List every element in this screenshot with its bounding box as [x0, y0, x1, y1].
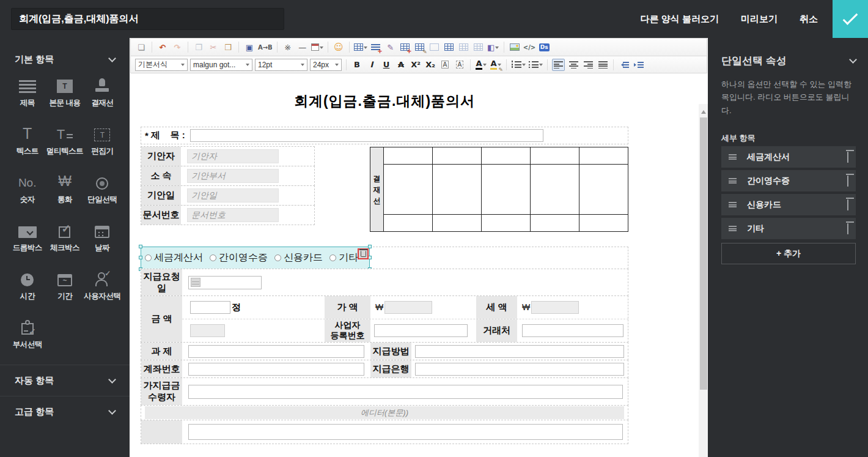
drafter-placeholder[interactable]: 기안자: [187, 149, 279, 163]
advance-receiver-input[interactable]: [188, 385, 623, 399]
radio-option[interactable]: 간이영수증: [210, 251, 268, 264]
add-option-button[interactable]: + 추가: [721, 243, 856, 264]
font-size-select[interactable]: 12pt: [255, 59, 307, 71]
pay-date-input[interactable]: [188, 276, 262, 289]
option-item[interactable]: 기타: [721, 218, 856, 239]
edit-cell-icon[interactable]: ✎: [384, 41, 397, 53]
calendar-icon[interactable]: [191, 278, 200, 287]
insert-image-icon[interactable]: [509, 41, 521, 53]
palette-item-number[interactable]: No.숫자: [9, 170, 46, 205]
form-properties-icon[interactable]: ▣: [243, 41, 256, 53]
option-item[interactable]: 간이영수증: [721, 170, 856, 191]
redo-icon[interactable]: ↷: [171, 41, 183, 53]
palette-item-editor[interactable]: T편집기: [84, 122, 121, 157]
radio-option[interactable]: 기타: [329, 251, 358, 264]
section-basic-items[interactable]: 기본 항목: [0, 38, 130, 72]
radio-circle-icon[interactable]: [145, 255, 152, 261]
palette-item-title[interactable]: 제목: [9, 73, 46, 108]
resize-handle[interactable]: [139, 245, 142, 248]
superscript-icon[interactable]: X²: [410, 59, 422, 71]
subject-input[interactable]: [190, 129, 543, 142]
line-height-select[interactable]: 24px: [310, 59, 342, 71]
table-outline-icon[interactable]: [428, 41, 441, 53]
approval-line-table[interactable]: 결 재 선: [370, 147, 628, 232]
radio-circle-icon[interactable]: [329, 255, 336, 261]
italic-icon[interactable]: I: [366, 59, 378, 71]
scroll-up-arrow-icon[interactable]: [701, 108, 706, 114]
amount-number-input[interactable]: [190, 324, 225, 337]
department-placeholder[interactable]: 기안부서: [187, 169, 279, 183]
palette-item-user-select[interactable]: ✓사용자선택: [84, 267, 121, 302]
amount-text-input[interactable]: [190, 301, 230, 314]
preview-button[interactable]: 미리보기: [741, 13, 778, 25]
drag-handle-icon[interactable]: [729, 202, 737, 207]
task-input[interactable]: [188, 345, 364, 358]
align-left-icon[interactable]: [552, 59, 565, 71]
find-replace-icon[interactable]: A→B: [258, 41, 273, 53]
vendor-input[interactable]: [522, 324, 623, 337]
canvas-scrollbar[interactable]: [699, 104, 708, 457]
ds-component-icon[interactable]: Ds: [538, 41, 550, 53]
radio-option[interactable]: 세금계산서: [145, 251, 203, 264]
radio-circle-icon[interactable]: [210, 255, 216, 261]
option-item[interactable]: 신용카드: [721, 194, 856, 215]
align-justify-icon[interactable]: [597, 59, 609, 71]
palette-item-currency[interactable]: ₩통화: [46, 170, 83, 205]
palette-item-multitext[interactable]: T멀티텍스트: [46, 122, 83, 157]
align-center-icon[interactable]: [567, 59, 579, 71]
cell-background-icon[interactable]: ◧: [487, 41, 499, 53]
drag-handle-icon[interactable]: [729, 154, 737, 160]
palette-item-text[interactable]: T텍스트: [9, 122, 46, 157]
resize-handle[interactable]: [139, 256, 142, 259]
source-code-icon[interactable]: </>: [523, 41, 535, 53]
underline-icon[interactable]: U: [380, 59, 392, 71]
doc-number-placeholder[interactable]: 문서번호: [187, 208, 279, 222]
copy-icon[interactable]: ❐: [193, 41, 205, 53]
palette-item-dropdown[interactable]: 드롭박스: [9, 218, 46, 253]
tax-input[interactable]: [531, 301, 579, 314]
special-char-icon[interactable]: ※: [282, 41, 294, 53]
radio-option[interactable]: 신용카드: [274, 251, 323, 264]
strikethrough-icon[interactable]: A: [395, 59, 407, 71]
palette-item-body[interactable]: T본문 내용: [46, 73, 83, 108]
selected-radio-component[interactable]: 세금계산서 간이영수증 신용카드 기타: [141, 247, 370, 269]
pay-method-input[interactable]: [415, 345, 624, 358]
palette-item-period[interactable]: ~기간: [46, 267, 83, 302]
split-cells-icon[interactable]: [473, 41, 485, 53]
merge-cells-icon[interactable]: [458, 41, 470, 53]
biz-reg-no-input[interactable]: [374, 324, 468, 337]
table-properties-icon[interactable]: ✎: [414, 41, 426, 53]
palette-item-single-select[interactable]: 단일선택: [84, 170, 121, 205]
drag-handle-icon[interactable]: [729, 226, 737, 231]
new-document-icon[interactable]: ❏: [135, 41, 147, 53]
outdent-icon[interactable]: [618, 59, 630, 71]
highlight-color-icon[interactable]: A✎: [490, 59, 502, 71]
section-advanced-items[interactable]: 고급 항목: [0, 396, 130, 427]
pay-bank-input[interactable]: [415, 363, 624, 376]
emoticon-icon[interactable]: ☺: [333, 41, 345, 53]
insert-column-icon[interactable]: +: [399, 41, 411, 53]
scrollbar-thumb[interactable]: [700, 117, 707, 390]
cut-icon[interactable]: ✂: [207, 41, 219, 53]
table-menu-icon[interactable]: [354, 41, 367, 53]
unordered-list-icon[interactable]: [528, 59, 543, 71]
undo-icon[interactable]: ↶: [156, 41, 169, 53]
section-auto-items[interactable]: 자동 항목: [0, 365, 130, 396]
hanja-convert-icon[interactable]: A: [439, 59, 451, 71]
special-a-icon[interactable]: A: [454, 59, 466, 71]
delete-option-button[interactable]: [847, 199, 848, 210]
bold-icon[interactable]: B: [351, 59, 363, 71]
delete-option-button[interactable]: [847, 223, 848, 234]
insert-date-icon[interactable]: [311, 41, 323, 53]
table-grid-icon[interactable]: [443, 41, 455, 53]
subscript-icon[interactable]: X₂: [424, 59, 436, 71]
ordered-list-icon[interactable]: [511, 59, 526, 71]
font-family-select[interactable]: malgun got...: [190, 59, 252, 71]
option-item[interactable]: 세금계산서: [721, 146, 856, 168]
editor-body-placeholder[interactable]: 에디터(본문)): [145, 406, 624, 419]
palette-item-checkbox[interactable]: 체크박스: [46, 218, 83, 253]
paragraph-style-select[interactable]: 기본서식: [135, 59, 188, 71]
paste-icon[interactable]: ❒: [222, 41, 234, 53]
bottom-input[interactable]: [188, 424, 623, 440]
palette-item-date[interactable]: 날짜: [84, 218, 121, 253]
